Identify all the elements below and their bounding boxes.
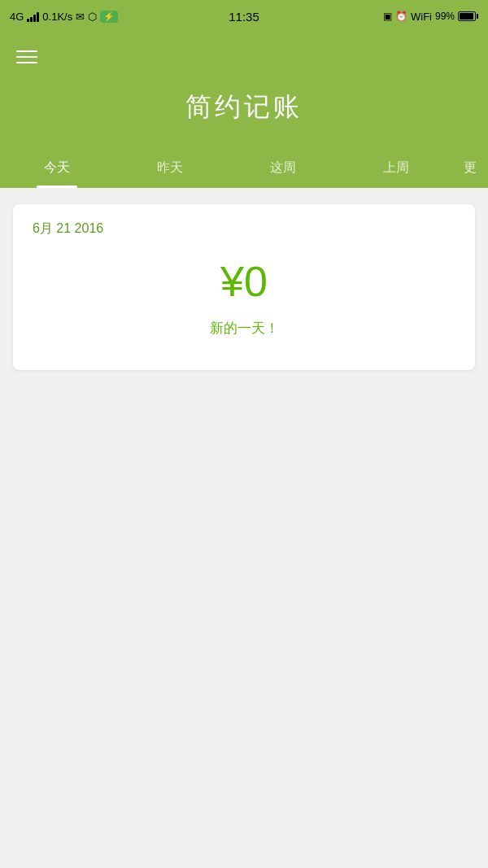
status-right: ▣ ⏰ WiFi 99% <box>383 11 478 23</box>
header: 简约记账 今天 昨天 这周 上周 更 <box>0 33 488 188</box>
toolbar <box>0 33 488 81</box>
mail-icon: ✉ <box>76 11 85 23</box>
alarm-icon: ⏰ <box>395 11 407 22</box>
card-subtitle: 新的一天！ <box>33 319 455 338</box>
app-title: 简约记账 <box>0 81 488 150</box>
summary-card: 6月 21 2016 ¥0 新的一天！ <box>13 204 475 370</box>
sim-icon: ▣ <box>383 11 392 22</box>
tab-today[interactable]: 今天 <box>0 150 113 188</box>
status-time: 11:35 <box>229 10 259 24</box>
tab-last-week[interactable]: 上周 <box>339 150 452 188</box>
tab-bar: 今天 昨天 这周 上周 更 <box>0 150 488 188</box>
wifi-icon: WiFi <box>411 11 432 23</box>
tab-more[interactable]: 更 <box>452 150 488 188</box>
usb-storage-icon: ⬡ <box>88 11 97 23</box>
status-left: 4G 0.1K/s ✉ ⬡ ⚡ <box>10 11 118 23</box>
main-content: 6月 21 2016 ¥0 新的一天！ <box>0 188 488 757</box>
network-label: 4G <box>10 11 24 23</box>
battery-indicator <box>458 11 478 21</box>
usb-icon: ⚡ <box>100 11 118 23</box>
menu-button[interactable] <box>16 50 37 63</box>
card-date: 6月 21 2016 <box>33 220 455 238</box>
speed-label: 0.1K/s <box>42 11 72 23</box>
tab-this-week[interactable]: 这周 <box>226 150 339 188</box>
tab-yesterday[interactable]: 昨天 <box>113 150 226 188</box>
status-bar: 4G 0.1K/s ✉ ⬡ ⚡ 11:35 ▣ ⏰ WiFi 99% <box>0 0 488 33</box>
card-amount: ¥0 <box>33 257 455 306</box>
signal-bars <box>27 11 39 22</box>
battery-percent: 99% <box>435 11 455 22</box>
